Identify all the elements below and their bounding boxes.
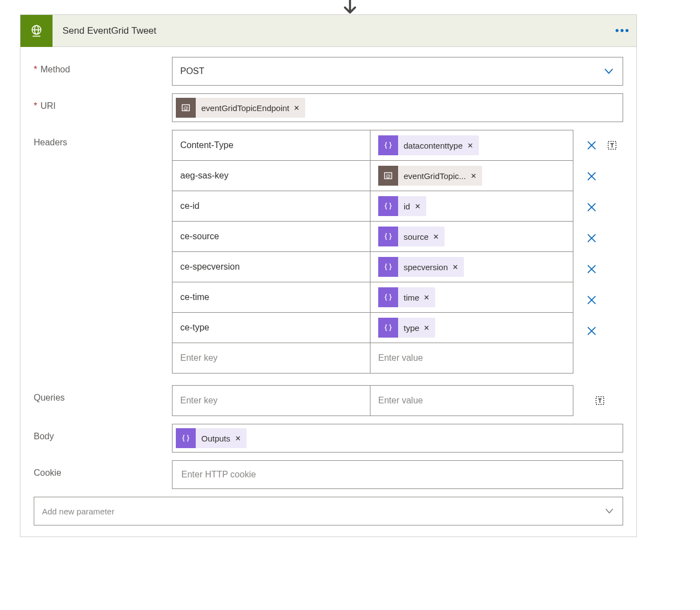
expression-icon — [378, 135, 398, 155]
delete-row-icon[interactable] — [586, 232, 598, 244]
chevron-down-icon — [604, 506, 615, 517]
uri-input[interactable]: @eventGridTopicEndpoint✕ — [172, 93, 623, 122]
token-chip[interactable]: specversion✕ — [378, 257, 464, 277]
header-value-input[interactable]: id✕ — [370, 191, 573, 221]
token-label: eventGridTopicEndpoint — [201, 103, 289, 113]
token-chip[interactable]: id✕ — [378, 196, 426, 216]
header-value-input[interactable]: datacontenttype✕ — [370, 130, 573, 160]
token-label: eventGridTopic... — [404, 171, 466, 181]
header-row: aeg-sas-key@eventGridTopic...✕ — [173, 161, 573, 191]
token-remove-icon[interactable]: ✕ — [415, 202, 421, 211]
header-row: ce-specversionspecversion✕ — [173, 252, 573, 282]
header-value-input[interactable]: source✕ — [370, 222, 573, 251]
token-label: Outputs — [201, 434, 231, 443]
add-new-parameter-select[interactable]: Add new parameter — [34, 497, 623, 525]
svg-text:@: @ — [183, 106, 188, 111]
delete-row-icon[interactable] — [586, 263, 598, 275]
delete-row-icon[interactable] — [586, 170, 598, 182]
method-label: Method — [34, 57, 172, 75]
token-chip[interactable]: @eventGridTopic...✕ — [378, 166, 482, 186]
token-label: type — [404, 323, 419, 333]
token-label: source — [404, 232, 429, 241]
queries-label: Queries — [34, 385, 172, 403]
header-value-input[interactable]: specversion✕ — [370, 252, 573, 282]
expression-icon — [378, 196, 398, 216]
action-card-header[interactable]: Send EventGrid Tweet ••• — [20, 15, 636, 47]
http-action-icon — [20, 15, 53, 47]
delete-row-icon[interactable] — [586, 139, 598, 151]
expression-icon — [176, 428, 196, 448]
delete-row-icon[interactable] — [586, 325, 598, 337]
token-remove-icon[interactable]: ✕ — [424, 324, 430, 332]
header-row: Content-Typedatacontenttype✕ — [173, 130, 573, 161]
header-key-input[interactable]: ce-id — [173, 191, 370, 221]
queries-val-input[interactable]: Enter value — [370, 386, 573, 416]
token-chip[interactable]: datacontenttype✕ — [378, 135, 479, 155]
header-key-input[interactable]: ce-time — [173, 282, 370, 312]
token-remove-icon[interactable]: ✕ — [433, 233, 439, 241]
token-label: id — [404, 202, 410, 211]
token-label: time — [404, 293, 419, 302]
cookie-input-wrap — [172, 460, 623, 489]
header-value-input[interactable]: @eventGridTopic...✕ — [370, 161, 573, 191]
token-remove-icon[interactable]: ✕ — [235, 434, 241, 443]
svg-text:@: @ — [385, 173, 390, 179]
header-row-new: Enter keyEnter value — [173, 343, 573, 373]
add-new-parameter-label: Add new parameter — [42, 507, 114, 516]
token-remove-icon[interactable]: ✕ — [467, 141, 473, 150]
header-row: ce-timetime✕ — [173, 282, 573, 313]
uri-label: URI — [34, 93, 172, 111]
token-chip[interactable]: @eventGridTopicEndpoint✕ — [176, 98, 305, 118]
header-key-input[interactable]: ce-specversion — [173, 252, 370, 282]
header-key-input[interactable]: ce-type — [173, 313, 370, 343]
delete-row-icon[interactable] — [586, 201, 598, 213]
chevron-down-icon — [603, 65, 615, 77]
header-key-input[interactable]: ce-source — [173, 222, 370, 251]
token-remove-icon[interactable]: ✕ — [424, 293, 430, 302]
token-label: datacontenttype — [404, 141, 463, 150]
token-chip[interactable]: Outputs✕ — [176, 428, 247, 448]
headers-label: Headers — [34, 130, 172, 148]
body-input[interactable]: Outputs✕ — [172, 424, 623, 453]
header-value-input[interactable]: Enter value — [370, 343, 573, 373]
token-label: specversion — [404, 262, 448, 272]
queries-key-input[interactable]: Enter key — [173, 386, 370, 416]
action-title: Send EventGrid Tweet — [53, 25, 609, 36]
token-remove-icon[interactable]: ✕ — [452, 263, 458, 271]
parameter-icon: @ — [176, 98, 196, 118]
header-key-input[interactable]: Enter key — [173, 343, 370, 373]
body-label: Body — [34, 424, 172, 441]
method-select[interactable]: POST — [172, 57, 623, 86]
header-key-input[interactable]: Content-Type — [173, 130, 370, 160]
header-row: ce-typetype✕ — [173, 313, 573, 343]
delete-row-icon[interactable] — [586, 294, 598, 306]
header-value-input[interactable]: time✕ — [370, 282, 573, 312]
parameter-icon: @ — [378, 166, 398, 186]
expression-icon — [378, 257, 398, 277]
expression-icon — [378, 227, 398, 246]
switch-to-text-mode-icon[interactable] — [594, 395, 605, 406]
headers-table: Content-Typedatacontenttype✕aeg-sas-key@… — [172, 130, 573, 374]
action-card: Send EventGrid Tweet ••• Method POST — [20, 14, 637, 537]
action-menu-button[interactable]: ••• — [609, 24, 636, 37]
token-chip[interactable]: time✕ — [378, 287, 435, 307]
switch-to-text-mode-icon[interactable] — [607, 140, 618, 151]
cookie-input[interactable] — [180, 469, 615, 480]
token-remove-icon[interactable]: ✕ — [294, 104, 300, 112]
header-row: ce-sourcesource✕ — [173, 222, 573, 252]
expression-icon — [378, 318, 398, 338]
token-chip[interactable]: type✕ — [378, 318, 435, 338]
header-value-input[interactable]: type✕ — [370, 313, 573, 343]
token-remove-icon[interactable]: ✕ — [471, 172, 477, 180]
header-key-input[interactable]: aeg-sas-key — [173, 161, 370, 191]
token-chip[interactable]: source✕ — [378, 227, 445, 246]
queries-table: Enter key Enter value — [172, 385, 573, 416]
expression-icon — [378, 287, 398, 307]
header-row: ce-idid✕ — [173, 191, 573, 222]
method-value: POST — [180, 66, 205, 76]
cookie-label: Cookie — [34, 460, 172, 478]
